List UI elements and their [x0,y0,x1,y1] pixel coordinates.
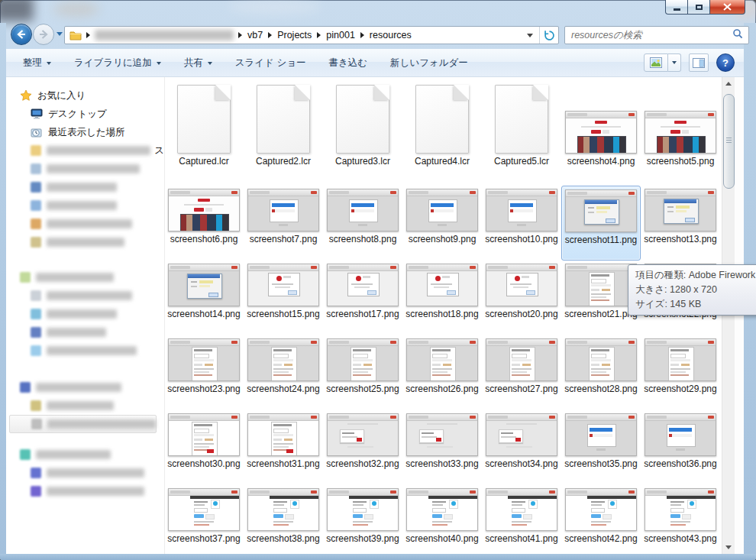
forward-button[interactable] [33,24,54,45]
file-item-screenshot43.png[interactable]: screenshot43.png [641,485,720,554]
address-dropdown-icon[interactable] [527,34,533,37]
refresh-button[interactable] [539,27,558,44]
file-item-screenshot42.png[interactable]: screenshot42.png [561,485,641,554]
file-item-screenshot32.png[interactable]: screenshot32.png [323,410,402,485]
sidebar-item-redacted[interactable] [6,482,164,500]
file-item-screenshot13.png[interactable]: screenshot13.png [641,186,720,261]
file-item-screenshot31.png[interactable]: screenshot31.png [244,410,323,485]
back-button[interactable] [11,24,32,45]
scroll-down-button[interactable] [722,541,735,554]
file-item-screenshot4.png[interactable]: screenshot4.png [561,77,641,186]
sidebar-item-redacted[interactable] [6,305,164,323]
breadcrumb-item-Projects[interactable]: Projects [276,28,312,42]
file-item-screenshot18.png[interactable]: screenshot18.png [402,261,482,335]
file-item-screenshot15.png[interactable]: screenshot15.png [244,261,323,335]
change-view-button[interactable] [644,53,668,72]
file-item-screenshot34.png[interactable]: screenshot34.png [482,410,561,485]
file-item-screenshot10.png[interactable]: screenshot10.png [482,186,561,261]
sidebar-item-最近表示した場所[interactable]: 最近表示した場所 [6,123,164,141]
preview-pane-button[interactable] [689,53,709,72]
file-item-screenshot25.png[interactable]: screenshot25.png [323,335,402,410]
file-item-Captured3.lcr[interactable]: Captured3.lcr [323,77,402,186]
toolbar-button-ライブラリに追加[interactable]: ライブラリに追加 [74,57,161,70]
file-item-screenshot7.png[interactable]: screenshot7.png [244,186,323,261]
toolbar-button-共有[interactable]: 共有 [184,57,212,70]
file-item-screenshot14.png[interactable]: screenshot14.png [164,261,244,335]
file-item-screenshot30.png[interactable]: screenshot30.png [164,410,244,485]
file-item-screenshot28.png[interactable]: screenshot28.png [561,335,641,410]
sidebar-item-redacted[interactable] [6,233,164,251]
file-item-screenshot35.png[interactable]: screenshot35.png [561,410,641,485]
file-item-screenshot40.png[interactable]: screenshot40.png [402,485,482,554]
scrollbar-thumb[interactable] [723,94,735,189]
sidebar-item-redacted[interactable] [6,378,164,397]
toolbar-button-スライド ショー[interactable]: スライド ショー [235,57,306,70]
address-bar[interactable]: vb7Projectspin001resources [64,26,559,44]
file-item-screenshot20.png[interactable]: screenshot20.png [482,261,561,335]
sidebar-item-redacted[interactable] [6,160,164,178]
file-item-screenshot26.png[interactable]: screenshot26.png [402,335,482,410]
vertical-scrollbar[interactable] [722,77,735,554]
file-item-screenshot38.png[interactable]: screenshot38.png [244,485,323,554]
folder-icon [69,29,82,41]
sidebar-item-redacted[interactable] [6,464,164,482]
toolbar-button-新しいフォルダー[interactable]: 新しいフォルダー [390,57,468,70]
sidebar-item-redacted[interactable] [6,268,164,286]
scroll-up-button[interactable] [722,77,735,90]
file-item-screenshot8.png[interactable]: screenshot8.png [323,186,402,261]
file-item-screenshot9.png[interactable]: screenshot9.png [402,186,482,261]
file-item-Captured2.lcr[interactable]: Captured2.lcr [244,77,323,186]
breadcrumb-item-resources[interactable]: resources [369,28,412,42]
breadcrumb-item-pin001[interactable]: pin001 [325,28,356,42]
file-item-Captured.lcr[interactable]: Captured.lcr [164,77,244,186]
file-item-screenshot23.png[interactable]: screenshot23.png [164,335,244,410]
search-icon[interactable] [732,28,743,42]
thumbnail-twitter [327,488,399,531]
sidebar-item-redacted[interactable] [6,286,164,305]
mini-browser-chrome [645,189,716,196]
toolbar-button-整理[interactable]: 整理 [23,57,51,70]
close-button[interactable] [710,0,745,15]
sidebar-item-redacted[interactable] [6,445,164,464]
image-thumbnail [327,338,399,381]
maximize-button[interactable] [688,0,710,15]
file-item-screenshot29.png[interactable]: screenshot29.png [641,335,720,410]
sidebar-item-redacted[interactable] [6,323,164,342]
sidebar-item-redacted[interactable]: ス [6,141,164,160]
file-item-screenshot24.png[interactable]: screenshot24.png [244,335,323,410]
file-item-screenshot6.png[interactable]: screenshot6.png [164,186,244,261]
file-item-Captured5.lcr[interactable]: Captured5.lcr [482,77,561,186]
file-item-screenshot17.png[interactable]: screenshot17.png [323,261,402,335]
file-item-screenshot36.png[interactable]: screenshot36.png [641,410,720,485]
file-item-screenshot33.png[interactable]: screenshot33.png [402,410,482,485]
file-item-screenshot37.png[interactable]: screenshot37.png [164,485,244,554]
sidebar-item-redacted[interactable] [6,178,164,196]
file-item-screenshot39.png[interactable]: screenshot39.png [323,485,402,554]
help-button[interactable]: ? [716,53,735,72]
sidebar-item-redacted[interactable] [6,397,164,415]
toolbar-button-書き込む[interactable]: 書き込む [329,57,368,70]
file-name-label: Captured2.lcr [246,155,321,168]
sidebar-item-お気に入り[interactable]: お気に入り [6,86,164,105]
sidebar-item-redacted[interactable] [6,342,164,360]
mini-browser-chrome [645,339,716,346]
sidebar-item-redacted[interactable] [9,415,157,433]
image-thumbnail [327,488,399,531]
file-item-Captured4.lcr[interactable]: Captured4.lcr [402,77,482,186]
sidebar-item-デスクトップ[interactable]: デスクトップ [6,105,164,123]
sidebar-item-label: お気に入り [37,89,86,102]
search-box[interactable] [564,26,749,44]
recent-pages-dropdown-icon[interactable] [57,32,63,36]
breadcrumb-redacted-path[interactable] [95,30,234,40]
breadcrumb-item-vb7[interactable]: vb7 [247,28,263,42]
minimize-button[interactable] [665,0,688,15]
file-item-screenshot27.png[interactable]: screenshot27.png [482,335,561,410]
sidebar-item-redacted[interactable] [6,196,164,215]
file-item-screenshot11.png[interactable]: screenshot11.png [561,186,641,261]
file-item-screenshot5.png[interactable]: screenshot5.png [641,77,720,186]
sidebar-item-redacted[interactable] [6,215,164,233]
search-input[interactable] [565,30,732,40]
file-name-label: screenshot17.png [325,308,400,321]
file-item-screenshot41.png[interactable]: screenshot41.png [482,485,561,554]
change-view-dropdown-button[interactable] [668,53,681,72]
